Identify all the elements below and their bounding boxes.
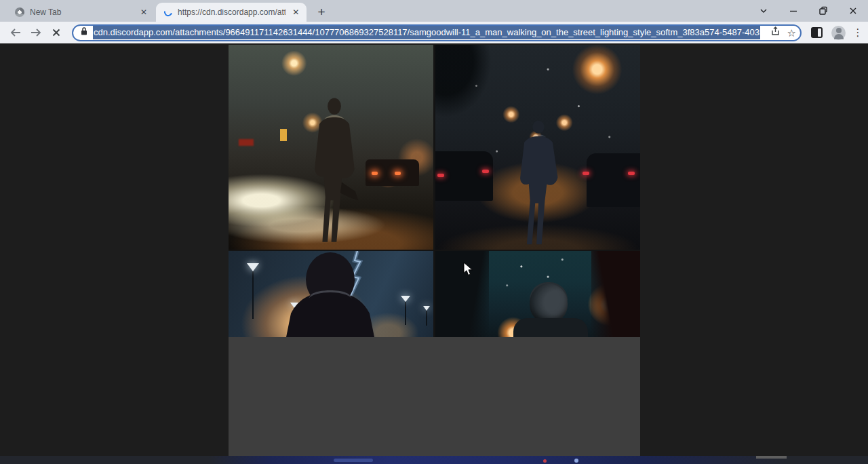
tab-title: New Tab [30, 7, 133, 17]
browser-toolbar: cdn.discordapp.com/attachments/966491171… [0, 22, 868, 43]
man-profile-shoulders [513, 318, 588, 337]
restore-button[interactable] [808, 0, 838, 22]
car-taillight [437, 174, 444, 177]
tab-strip: New Tab ✕ https://cdn.discordapp.com/att… [0, 0, 868, 22]
strip-red-dot [543, 459, 547, 463]
url-text-selected[interactable]: cdn.discordapp.com/attachments/966491171… [93, 26, 760, 39]
strip-highlight-pill [334, 459, 373, 462]
lock-icon[interactable] [80, 26, 88, 39]
side-panel-icon[interactable] [811, 27, 823, 38]
tab-new-tab[interactable]: New Tab ✕ [8, 3, 155, 22]
close-tab-icon[interactable]: ✕ [291, 7, 301, 18]
image-panel-snowy-street [435, 45, 640, 250]
storefront-red-sign [239, 139, 254, 146]
tab-title: https://cdn.discordapp.com/atta [178, 7, 285, 17]
tab-discord-cdn[interactable]: https://cdn.discordapp.com/atta ✕ [156, 3, 307, 22]
generated-image-grid[interactable] [229, 45, 640, 456]
walking-man-silhouette [297, 91, 372, 247]
stop-loading-button[interactable] [46, 23, 66, 42]
strip-notch [756, 456, 787, 459]
hooded-figure-closeup [229, 251, 433, 337]
car-taillight [628, 172, 635, 175]
forward-button[interactable] [26, 23, 46, 42]
car-taillight [395, 172, 401, 175]
back-button[interactable] [5, 23, 26, 42]
page-content [0, 43, 868, 456]
car-taillight [583, 172, 589, 175]
storefront-yellow-sign [280, 129, 287, 141]
mouse-cursor [463, 262, 473, 277]
address-bar[interactable]: cdn.discordapp.com/attachments/966491171… [72, 24, 802, 41]
parked-car-right [587, 153, 640, 207]
browser-window: New Tab ✕ https://cdn.discordapp.com/att… [0, 0, 868, 464]
menu-kebab-icon[interactable]: ⋮ [850, 26, 866, 39]
car-taillight [482, 170, 489, 173]
image-panel-rainy-street [229, 45, 433, 250]
window-controls [749, 0, 868, 22]
minimize-button[interactable] [778, 0, 808, 22]
building-silhouette-left [435, 251, 489, 337]
close-tab-icon[interactable]: ✕ [138, 7, 149, 18]
man-profile-head [530, 284, 568, 323]
car-taillight [372, 172, 378, 175]
profile-avatar[interactable] [831, 26, 846, 40]
tab-search-chevron-icon[interactable] [749, 0, 778, 22]
share-icon[interactable] [770, 26, 781, 39]
strip-blue-dot [574, 459, 578, 463]
close-window-button[interactable] [838, 0, 868, 22]
loading-spinner-icon [163, 7, 174, 18]
walking-man-silhouette [502, 118, 575, 247]
new-tab-button[interactable]: + [313, 4, 330, 20]
bookmark-star-icon[interactable]: ☆ [787, 28, 796, 38]
image-panel-lightning [229, 251, 433, 337]
building-silhouette-right [591, 251, 640, 337]
omnibox-actions: ☆ [770, 26, 796, 40]
bottom-edge-strip [0, 456, 868, 464]
chrome-favicon-icon [15, 7, 24, 17]
image-loading-placeholder [229, 337, 640, 456]
